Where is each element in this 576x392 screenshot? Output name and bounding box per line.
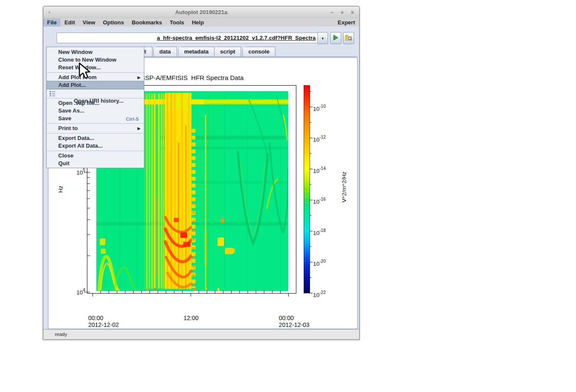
accelerator-label: Ctrl-S: [126, 115, 139, 123]
colorbar-tick: 10-16: [313, 196, 340, 204]
tab-label: console: [248, 48, 269, 55]
tab-script[interactable]: script: [214, 47, 241, 56]
uri-dropdown-button[interactable]: ▾: [317, 32, 328, 44]
maximize-button[interactable]: +: [339, 9, 346, 16]
titlebar[interactable]: ▾ Autoplot 20190221a – + ×: [43, 6, 359, 19]
y-tick-1e5: 105: [68, 168, 85, 176]
menu-view[interactable]: View: [79, 18, 99, 27]
colorbar-tick: 10-22: [313, 289, 340, 297]
window-menu-icon[interactable]: ▾: [48, 10, 51, 15]
menu-item-export-all-data[interactable]: Export All Data...: [47, 142, 144, 150]
menu-separator: [47, 72, 143, 73]
go-button[interactable]: [330, 32, 341, 44]
menu-help[interactable]: Help: [188, 18, 208, 27]
menu-tools[interactable]: Tools: [166, 18, 188, 27]
menu-item-new-window[interactable]: New Window: [47, 48, 144, 56]
tab-metadata[interactable]: metadata: [178, 47, 215, 56]
chevron-down-icon: ▾: [322, 36, 324, 41]
menu-item-open-vap-file[interactable]: Open .vap file...: [47, 99, 144, 107]
menu-item-close[interactable]: Close: [47, 152, 144, 160]
folder-search-icon: [345, 35, 352, 41]
colorbar-axis-label: V^2/m^2/Hz: [341, 172, 347, 202]
status-bar: ready: [44, 329, 359, 339]
menu-bookmarks[interactable]: Bookmarks: [128, 18, 166, 27]
expert-mode-label: Expert: [338, 18, 355, 27]
list-icon: [50, 91, 55, 96]
colorbar-tick: 10-18: [313, 227, 340, 235]
close-button[interactable]: ×: [349, 9, 356, 16]
tab-label: data: [159, 48, 171, 55]
uri-input[interactable]: [57, 33, 318, 43]
menu-file[interactable]: File: [43, 18, 60, 27]
menu-item-add-plot-from[interactable]: Add Plot From▶: [47, 74, 144, 81]
menu-item-export-data[interactable]: Export Data...: [47, 134, 144, 142]
window-title: Autoplot 20190221a: [43, 6, 359, 18]
autoplot-window: ▾ Autoplot 20190221a – + × FileEditViewO…: [43, 6, 360, 340]
menu-separator: [47, 133, 143, 134]
colorbar-tick: 10-14: [313, 165, 340, 173]
colorbar-tick: 10-12: [313, 134, 340, 142]
tab-label: script: [220, 48, 235, 55]
menubar: FileEditViewOptionsBookmarksToolsHelp Ex…: [43, 18, 359, 27]
y-axis-label: Hz: [57, 186, 64, 193]
menu-separator: [47, 151, 143, 151]
minimize-button[interactable]: –: [328, 9, 335, 16]
menu-item-save-as[interactable]: Save As...: [47, 107, 144, 115]
tab-data[interactable]: data: [153, 47, 177, 56]
tab-console[interactable]: console: [242, 47, 275, 56]
menu-item-clone-to-new-window[interactable]: Clone to New Window: [47, 56, 144, 64]
tab-label: t: [144, 48, 146, 55]
menu-options[interactable]: Options: [99, 18, 128, 27]
menu-item-save[interactable]: SaveCtrl-S: [47, 115, 144, 122]
menu-item-print-to[interactable]: Print to▶: [47, 125, 144, 132]
menu-item-open-uri-history[interactable]: Open URI history...: [47, 89, 144, 97]
menu-item-quit[interactable]: Quit: [47, 160, 144, 167]
file-menu-popup: New Window Clone to New Window Reset Win…: [46, 47, 144, 168]
menu-separator: [47, 123, 143, 124]
colorbar-tick: 10-20: [313, 258, 340, 266]
play-icon: [333, 35, 339, 41]
menu-edit[interactable]: Edit: [60, 18, 79, 27]
tab-label: metadata: [184, 48, 209, 55]
colorbar-tick: 10-10: [313, 103, 340, 111]
menu-item-add-plot[interactable]: Add Plot...: [47, 81, 144, 89]
menu-item-reset-window[interactable]: Reset Window...: [47, 64, 144, 71]
status-text: ready: [55, 330, 67, 339]
desktop: ▾ Autoplot 20190221a – + × FileEditViewO…: [0, 0, 576, 392]
y-tick-1e4: 104: [68, 288, 85, 296]
inspect-file-button[interactable]: [343, 32, 354, 44]
plot-title: RBSP-A/EMFISIS HFR Spectra Data: [146, 74, 244, 83]
chevron-right-icon: ▶: [137, 74, 140, 81]
chevron-right-icon: ▶: [137, 125, 140, 132]
mouse-cursor: [79, 62, 94, 82]
